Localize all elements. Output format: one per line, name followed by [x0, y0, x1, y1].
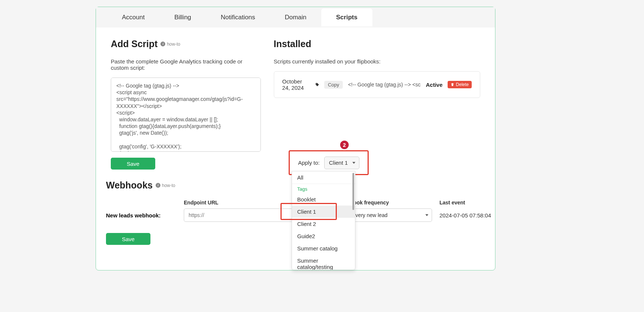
status-badge: Active [426, 82, 442, 88]
last-event-label: Last event [439, 200, 514, 206]
dropdown-item-client2[interactable]: Client 2 [292, 218, 355, 230]
script-preview: <!-- Google tag (gtag.js) --> <script as… [348, 82, 421, 88]
apply-to-select[interactable]: Client 1 [324, 157, 359, 169]
dropdown-item-guide2[interactable]: Guide2 [292, 230, 355, 242]
trash-icon [451, 83, 454, 86]
chevron-down-icon [352, 162, 355, 164]
tab-bar: Account Billing Notifications Domain Scr… [96, 7, 495, 27]
add-script-title-text: Add Script [111, 39, 157, 49]
dropdown-item-booklet[interactable]: Booklet [292, 193, 355, 206]
installed-instruction: Scripts currently installed on your flip… [274, 58, 480, 65]
new-leads-webhook-label: New leads webhook: [106, 212, 176, 219]
scrollbar-thumb[interactable] [352, 173, 354, 210]
tab-domain[interactable]: Domain [270, 9, 321, 26]
apply-to-dropdown: All Tags Booklet Client 1 Client 2 Guide… [292, 171, 355, 270]
dropdown-item-summer-catalog[interactable]: Summer catalog [292, 242, 355, 254]
tab-scripts[interactable]: Scripts [321, 9, 372, 26]
dropdown-item-summer-catalog-testing[interactable]: Summer catalog/testing [292, 254, 355, 270]
info-icon: i [156, 183, 160, 188]
last-event-value: 2024-07-05 07:58:04 [439, 212, 514, 219]
add-script-title: Add Script i how-to [111, 39, 261, 49]
tab-billing[interactable]: Billing [159, 9, 206, 26]
tag-icon [315, 82, 319, 88]
step-badge-2: 2 [339, 140, 349, 150]
copy-button[interactable]: Copy [324, 81, 343, 89]
chevron-down-icon [425, 214, 428, 216]
delete-label: Delete [456, 82, 469, 87]
webhooks-howto-link[interactable]: i how-to [156, 183, 175, 188]
add-script-instruction: Paste the complete Google Analytics trac… [111, 58, 261, 71]
webhooks-title-text: Webhooks [106, 180, 153, 191]
installed-date: October 24, 2024 [282, 78, 310, 91]
info-icon: i [160, 42, 165, 46]
save-webhooks-button[interactable]: Save [106, 233, 150, 245]
delete-button[interactable]: Delete [448, 81, 472, 88]
tab-notifications[interactable]: Notifications [206, 9, 270, 26]
dropdown-header-tags: Tags [292, 184, 355, 193]
save-script-button[interactable]: Save [111, 158, 155, 170]
script-textarea[interactable] [111, 78, 261, 152]
installed-script-row: October 24, 2024 Copy <!-- Google tag (g… [274, 71, 480, 98]
dropdown-item-client1[interactable]: Client 1 [292, 206, 355, 218]
apply-to-value: Client 1 [329, 160, 348, 166]
installed-title: Installed [274, 39, 480, 49]
howto-link[interactable]: i how-to [160, 42, 180, 47]
howto-label: how-to [167, 42, 180, 47]
tab-account[interactable]: Account [107, 9, 159, 26]
apply-to-label: Apply to: [298, 160, 319, 166]
webhooks-howto-label: how-to [162, 183, 175, 188]
dropdown-item-all[interactable]: All [292, 171, 355, 184]
